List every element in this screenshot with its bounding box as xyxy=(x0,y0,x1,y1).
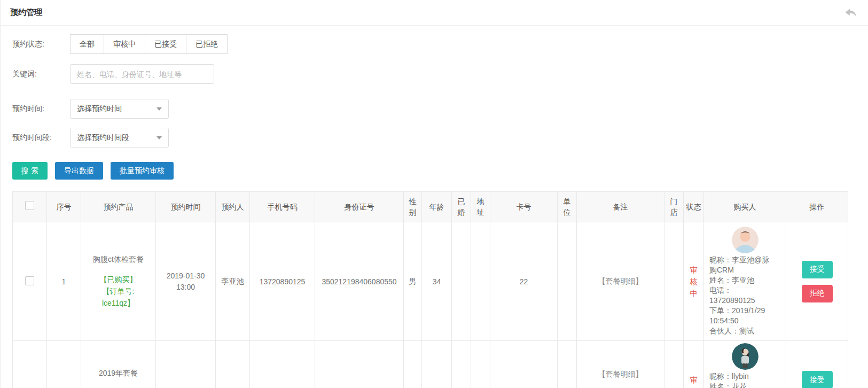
export-data-button[interactable]: 导出数据 xyxy=(55,162,103,180)
time-filter-label: 预约时间: xyxy=(12,104,70,114)
buyer-info: 昵称：llybin 姓名：花花 xyxy=(709,371,780,388)
action-button-bar: 搜 索 导出数据 批量预约审核 xyxy=(12,162,855,180)
filter-row-time: 预约时间: 选择预约时间 xyxy=(12,99,855,119)
header-select-all-cell xyxy=(13,192,47,222)
header-card: 卡号 xyxy=(490,192,558,222)
header-store: 门店 xyxy=(664,192,684,222)
page-title: 预约管理 xyxy=(10,7,42,18)
status-cell: 审核中 xyxy=(684,222,704,341)
header-operation: 操作 xyxy=(786,192,848,222)
address-cell xyxy=(471,341,490,388)
status-option-reviewing[interactable]: 审核中 xyxy=(104,34,145,54)
batch-review-button[interactable]: 批量预约审核 xyxy=(111,162,174,180)
keyword-filter-label: 关键词: xyxy=(12,69,70,79)
timeslot-select[interactable]: 选择预约时间段 xyxy=(70,128,169,148)
top-bar: 预约管理 xyxy=(1,0,868,26)
time-select[interactable]: 选择预约时间 xyxy=(70,99,169,119)
remark-cell: 【套餐明细】 xyxy=(577,341,664,388)
id-number-cell xyxy=(315,341,404,388)
header-unit: 单位 xyxy=(558,192,577,222)
time-cell: 2019-01-30 13:00 xyxy=(156,222,216,341)
store-cell xyxy=(664,222,684,341)
filter-panel: 预约状态: 全部 审核中 已接受 已拒绝 关键词: 预约时间: 选择预约时间 预… xyxy=(1,26,868,180)
package-detail-link[interactable]: 【套餐明细】 xyxy=(598,370,643,378)
address-cell xyxy=(471,222,490,341)
header-gender: 性别 xyxy=(404,192,422,222)
status-option-all[interactable]: 全部 xyxy=(70,34,104,54)
package-detail-link[interactable]: 【套餐明细】 xyxy=(598,277,643,285)
phone-cell: 13720890125 xyxy=(250,222,315,341)
header-seq: 序号 xyxy=(47,192,81,222)
seq-cell xyxy=(47,341,81,388)
status-filter-label: 预约状态: xyxy=(12,40,70,49)
time-select-value: 选择预约时间 xyxy=(77,104,122,114)
age-cell: 34 xyxy=(422,222,452,341)
buyer-info: 昵称：李亚池@脉 购CRM 姓名：李亚池 电话： 13720890125 下单：… xyxy=(709,255,780,336)
chevron-down-icon xyxy=(157,107,162,111)
unit-cell xyxy=(558,341,577,388)
accept-button[interactable]: 接受 xyxy=(802,261,833,278)
remark-cell: 【套餐明细】 xyxy=(577,222,664,341)
header-id-number: 身份证号 xyxy=(315,192,404,222)
select-all-checkbox[interactable] xyxy=(25,201,34,210)
product-name: 胸腹ct体检套餐 xyxy=(83,254,153,265)
header-married: 已婚 xyxy=(452,192,471,222)
back-arrow-icon[interactable] xyxy=(844,7,857,18)
keyword-input[interactable] xyxy=(70,64,214,84)
filter-row-timeslot: 预约时间段: 选择预约时间段 xyxy=(12,128,855,148)
id-number-cell: 350212198406080550 xyxy=(315,222,404,341)
buyer-cell: 昵称：llybin 姓名：花花 xyxy=(704,341,786,388)
row-checkbox[interactable] xyxy=(25,276,34,285)
seq-cell: 1 xyxy=(47,222,81,341)
appointments-table-wrap: 序号 预约产品 预约时间 预约人 手机号码 身份证号 性别 年龄 已婚 地址 卡… xyxy=(12,191,855,388)
appointments-table: 序号 预约产品 预约时间 预约人 手机号码 身份证号 性别 年龄 已婚 地址 卡… xyxy=(12,191,848,388)
filter-row-status: 预约状态: 全部 审核中 已接受 已拒绝 xyxy=(12,34,855,54)
status-option-rejected[interactable]: 已拒绝 xyxy=(186,34,228,54)
header-age: 年龄 xyxy=(422,192,452,222)
product-name: 2019年套餐 xyxy=(83,368,153,379)
buyer-avatar xyxy=(732,343,758,370)
gender-cell: 男 xyxy=(404,222,422,341)
married-cell xyxy=(452,222,471,341)
status-badge: 审核中 xyxy=(690,374,698,388)
search-button[interactable]: 搜 索 xyxy=(12,162,48,180)
age-cell xyxy=(422,341,452,388)
unit-cell xyxy=(558,222,577,341)
time-cell xyxy=(156,341,216,388)
header-person: 预约人 xyxy=(216,192,250,222)
header-remark: 备注 xyxy=(577,192,664,222)
buyer-cell: 昵称：李亚池@脉 购CRM 姓名：李亚池 电话： 13720890125 下单：… xyxy=(704,222,786,341)
gender-cell xyxy=(404,341,422,388)
reject-button[interactable]: 拒绝 xyxy=(802,285,833,302)
header-time: 预约时间 xyxy=(156,192,216,222)
filter-row-keyword: 关键词: xyxy=(12,64,855,84)
operation-cell: 接受 拒绝 xyxy=(786,222,848,341)
person-cell xyxy=(216,341,250,388)
row-select-cell xyxy=(13,222,47,341)
chevron-down-icon xyxy=(157,136,162,139)
buyer-avatar xyxy=(732,227,758,253)
timeslot-select-value: 选择预约时间段 xyxy=(77,133,129,143)
person-cell: 李亚池 xyxy=(216,222,250,341)
product-cell: 胸腹ct体检套餐 【已购买】 【订单号: lce11qz】 xyxy=(81,222,156,341)
header-status: 状态 xyxy=(684,192,704,222)
timeslot-filter-label: 预约时间段: xyxy=(12,133,70,143)
status-option-accepted[interactable]: 已接受 xyxy=(145,34,186,54)
header-phone: 手机号码 xyxy=(250,192,315,222)
header-buyer: 购买人 xyxy=(704,192,786,222)
table-row: 1 胸腹ct体检套餐 【已购买】 【订单号: lce11qz】 2019-01-… xyxy=(13,222,848,341)
operation-cell: 接受 拒绝 xyxy=(786,341,848,388)
product-cell: 2019年套餐 xyxy=(81,341,156,388)
status-cell: 审核中 xyxy=(684,341,704,388)
row-select-cell xyxy=(13,341,47,388)
accept-button[interactable]: 接受 xyxy=(802,371,833,388)
card-cell xyxy=(490,341,558,388)
status-button-group: 全部 审核中 已接受 已拒绝 xyxy=(70,34,228,54)
table-header-row: 序号 预约产品 预约时间 预约人 手机号码 身份证号 性别 年龄 已婚 地址 卡… xyxy=(13,192,848,222)
phone-cell xyxy=(250,341,315,388)
married-cell xyxy=(452,341,471,388)
status-badge: 审核中 xyxy=(690,264,698,299)
header-product: 预约产品 xyxy=(81,192,156,222)
header-address: 地址 xyxy=(471,192,490,222)
order-info: 【已购买】 【订单号: lce11qz】 xyxy=(83,274,153,309)
